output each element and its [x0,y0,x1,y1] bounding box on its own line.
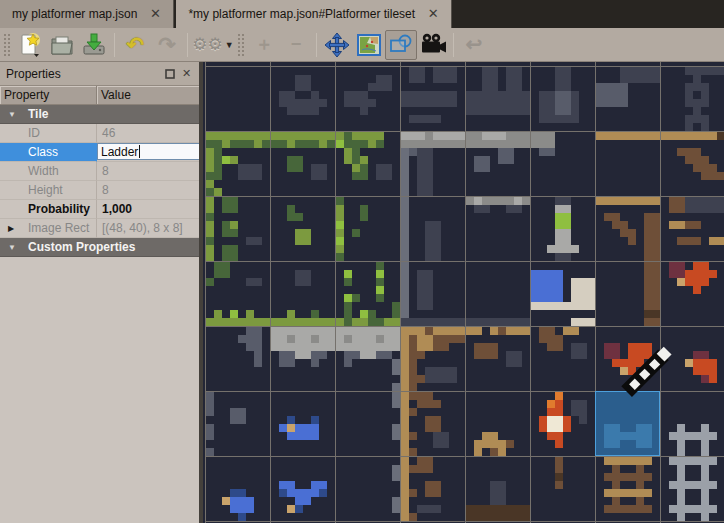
float-panel-icon[interactable] [161,66,178,82]
return-arrow-icon: ↩ [466,34,483,55]
toolbar-separator [453,33,454,57]
column-header-value: Value [97,86,201,104]
tileset-image-icon [356,32,382,58]
tab-label: *my platformer map.json#Platformer tiles… [188,7,415,21]
execute-icon: ⚙⚙ [192,34,222,55]
camera-icon [419,32,447,58]
property-value: 46 [97,124,201,143]
tab-close-icon[interactable]: ✕ [425,6,441,22]
move-arrows-icon [324,32,350,58]
main-toolbar: ↶↷⚙⚙▼＋−↩ [0,28,724,62]
property-row-class[interactable]: ClassLadder [0,143,201,162]
redo-button[interactable]: ↷ [151,30,183,60]
camera-button[interactable] [417,30,449,60]
toolbar-grip[interactable] [237,33,245,57]
property-row-id[interactable]: ID46 [0,124,201,143]
property-name: Image Rect [0,219,97,238]
close-panel-icon[interactable]: ✕ [178,66,195,82]
property-row-probability[interactable]: Probability1,000 [0,200,201,219]
toolbar-separator [316,33,317,57]
new-map-button[interactable] [14,30,46,60]
tab-map-document[interactable]: my platformer map.json ✕ [0,0,174,28]
save-icon [81,32,107,58]
return-arrow-button[interactable]: ↩ [458,30,490,60]
tab-close-icon[interactable]: ✕ [147,6,163,22]
group-label: Tile [0,105,201,124]
collapse-triangle-icon[interactable]: ▼ [8,110,16,119]
tab-label: my platformer map.json [12,7,137,21]
shapes-icon [388,32,414,58]
property-name: Height [0,181,97,200]
property-row-width[interactable]: Width8 [0,162,201,181]
toolbar-grip[interactable] [3,33,11,57]
open-button[interactable] [46,30,78,60]
text-caret [139,145,140,158]
class-edit-value: Ladder [101,145,138,159]
toolbar-separator [187,33,188,57]
undo-button[interactable]: ↶ [119,30,151,60]
shapes-button[interactable] [385,30,417,60]
property-name: Width [0,162,97,181]
property-group-tile[interactable]: ▼Tile [0,105,201,124]
tiled-window: my platformer map.json ✕ *my platformer … [0,0,724,523]
move-arrows-button[interactable] [321,30,353,60]
collapse-triangle-icon[interactable]: ▼ [8,243,16,252]
execute-button[interactable]: ⚙⚙▼ [192,30,234,60]
document-tabbar: my platformer map.json ✕ *my platformer … [0,0,724,28]
save-button[interactable] [78,30,110,60]
tileset-view[interactable] [203,62,724,523]
plus-icon: ＋ [255,35,273,54]
property-row-height[interactable]: Height8 [0,181,201,200]
redo-icon: ↷ [158,34,176,56]
open-icon [49,32,75,58]
property-value: 1,000 [97,200,201,219]
property-row-image-rect[interactable]: ▶Image Rect[(48, 40), 8 x 8] [0,219,201,238]
toolbar-separator [114,33,115,57]
tileset-image-button[interactable] [353,30,385,60]
property-name: Probability [0,200,97,219]
undo-icon: ↶ [126,34,144,56]
properties-rows: ▼TileID46ClassLadderWidth8Height8Probabi… [0,105,201,257]
property-name: Class [0,143,97,162]
property-name: ID [0,124,97,143]
new-map-icon [17,32,43,58]
properties-titlebar: Properties ✕ [0,62,201,86]
minus-button[interactable]: − [280,30,312,60]
minus-icon: − [291,35,302,54]
dropdown-caret-icon[interactable]: ▼ [225,40,234,50]
tab-tileset-document[interactable]: *my platformer map.json#Platformer tiles… [176,0,452,28]
property-value: [(48, 40), 8 x 8] [97,219,201,238]
property-value: 8 [97,181,201,200]
expand-triangle-icon[interactable]: ▶ [8,224,14,233]
column-header-property: Property [0,86,97,104]
plus-button[interactable]: ＋ [248,30,280,60]
property-value: 8 [97,162,201,181]
properties-panel: Properties ✕ Property Value ▼TileID46Cla… [0,62,202,523]
properties-column-header: Property Value [0,86,201,105]
properties-title: Properties [6,67,161,81]
group-label: Custom Properties [0,238,201,257]
class-edit-field[interactable]: Ladder [97,143,200,160]
property-group-custom-properties[interactable]: ▼Custom Properties [0,238,201,257]
